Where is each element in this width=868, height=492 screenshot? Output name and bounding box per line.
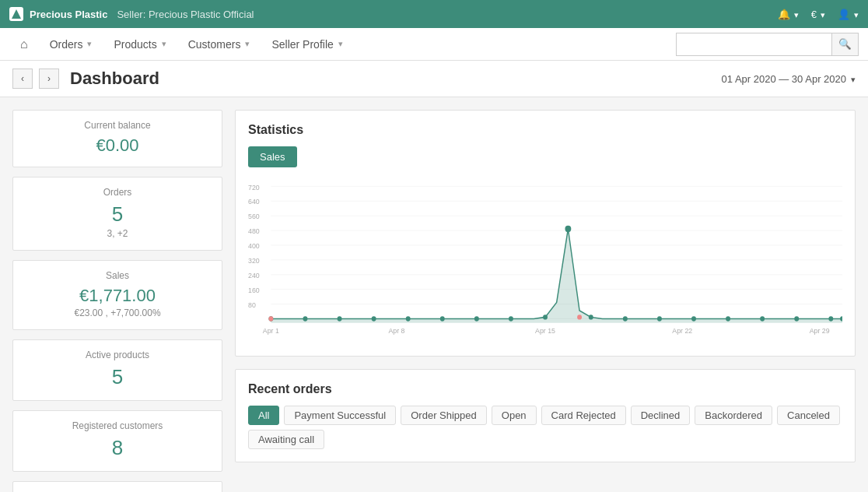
sales-chart: 720 640 560 480 400 320 240 160 80	[248, 180, 842, 343]
filter-backordered[interactable]: Backordered	[695, 406, 772, 425]
currency-button[interactable]: €	[811, 9, 825, 20]
card-current-balance: Current balance €0.00	[12, 110, 222, 167]
card-orders: Orders 5 3, +2	[12, 177, 222, 251]
orders-chevron	[86, 39, 92, 49]
filter-card-rejected[interactable]: Card Rejected	[541, 406, 626, 425]
svg-point-35	[760, 316, 765, 321]
svg-point-40	[577, 315, 582, 319]
main-content: Current balance €0.00 Orders 5 3, +2 Sal…	[0, 97, 868, 492]
home-icon: ⌂	[20, 37, 28, 51]
statistics-panel: Statistics Sales 720 640 560 480 400 320…	[235, 110, 856, 357]
recent-orders-title: Recent orders	[248, 382, 842, 396]
notifications-button[interactable]: 🔔	[778, 9, 799, 20]
statistics-tabs: Sales	[248, 146, 842, 167]
svg-point-22	[338, 316, 342, 321]
topbar: Precious Plastic Seller: Precious Plasti…	[0, 0, 868, 28]
currency-chevron	[819, 9, 825, 20]
date-range-picker[interactable]: 01 Apr 2020 — 30 Apr 2020	[722, 73, 856, 85]
card-active-products: Active products 5	[12, 339, 222, 401]
date-range-text: 01 Apr 2020 — 30 Apr 2020	[722, 73, 846, 85]
seller-profile-label: Seller Profile	[271, 38, 333, 51]
nav-customers[interactable]: Customers	[177, 28, 261, 61]
svg-point-25	[440, 316, 445, 321]
topbar-brand: Precious Plastic Seller: Precious Plasti…	[9, 7, 254, 21]
svg-point-23	[372, 316, 376, 321]
back-button[interactable]: ‹	[12, 69, 33, 89]
notifications-chevron	[793, 9, 799, 20]
svg-text:480: 480	[248, 227, 260, 235]
svg-text:320: 320	[248, 257, 260, 265]
registered-customers-label: Registered customers	[26, 420, 209, 431]
active-products-value: 5	[26, 365, 209, 389]
svg-point-33	[691, 316, 696, 321]
chart-svg: 720 640 560 480 400 320 240 160 80	[248, 180, 842, 343]
filter-all[interactable]: All	[248, 406, 279, 425]
user-icon: 👤	[838, 9, 850, 20]
bell-icon: 🔔	[778, 9, 790, 20]
filter-payment-successful[interactable]: Payment Successful	[284, 406, 396, 425]
statistics-title: Statistics	[248, 123, 842, 137]
card-sales: Sales €1,771.00 €23.00 , +7,700.00%	[12, 260, 222, 330]
svg-text:720: 720	[248, 183, 260, 191]
svg-text:Apr 8: Apr 8	[388, 327, 404, 335]
registered-customers-value: 8	[26, 436, 209, 460]
svg-point-37	[828, 316, 833, 321]
svg-point-39	[268, 316, 273, 321]
orders-label: Orders	[50, 38, 83, 51]
recent-orders-panel: Recent orders All Payment Successful Ord…	[235, 369, 856, 462]
svg-text:400: 400	[248, 242, 260, 250]
seller-profile-chevron	[337, 39, 343, 49]
main-right-col: Statistics Sales 720 640 560 480 400 320…	[235, 110, 856, 492]
user-button[interactable]: 👤	[838, 9, 859, 20]
search-form: 🔍	[676, 33, 859, 56]
sales-label: Sales	[26, 270, 209, 281]
customers-label: Customers	[188, 38, 241, 51]
customers-chevron	[243, 39, 250, 49]
products-label: Products	[114, 38, 156, 51]
nav-home[interactable]: ⌂	[9, 28, 39, 61]
filter-canceled[interactable]: Canceled	[777, 406, 840, 425]
sales-sub: €23.00 , +7,700.00%	[26, 308, 209, 318]
topbar-actions: 🔔 € 👤	[778, 9, 859, 20]
svg-text:640: 640	[248, 198, 260, 206]
search-button[interactable]: 🔍	[831, 33, 859, 56]
nav-orders[interactable]: Orders	[39, 28, 103, 61]
svg-text:160: 160	[248, 286, 260, 294]
user-chevron	[852, 9, 859, 20]
svg-point-30	[589, 315, 593, 319]
filter-order-shipped[interactable]: Order Shipped	[401, 406, 487, 425]
card-registered-customers: Registered customers 8	[12, 410, 222, 472]
sales-value: €1,771.00	[26, 286, 209, 306]
order-filter-tabs: All Payment Successful Order Shipped Ope…	[248, 406, 842, 449]
svg-point-36	[794, 316, 799, 321]
svg-marker-19	[271, 229, 842, 323]
search-input[interactable]	[676, 33, 831, 56]
orders-sub: 3, +2	[26, 228, 209, 239]
svg-point-31	[623, 316, 628, 321]
balance-value: €0.00	[26, 135, 209, 156]
filter-declined[interactable]: Declined	[631, 406, 691, 425]
svg-text:Apr 29: Apr 29	[810, 327, 830, 335]
stats-sidebar: Current balance €0.00 Orders 5 3, +2 Sal…	[12, 110, 222, 492]
filter-open[interactable]: Open	[492, 406, 537, 425]
logo-shape	[12, 9, 21, 19]
svg-point-28	[543, 315, 548, 319]
svg-point-32	[657, 316, 662, 321]
nav-products[interactable]: Products	[103, 28, 177, 61]
orders-label: Orders	[26, 187, 209, 198]
forward-button[interactable]: ›	[39, 69, 59, 89]
nav-seller-profile[interactable]: Seller Profile	[261, 28, 353, 61]
tab-sales[interactable]: Sales	[248, 146, 297, 167]
page-header: ‹ › Dashboard 01 Apr 2020 — 30 Apr 2020	[0, 61, 868, 97]
svg-point-26	[474, 316, 479, 321]
active-products-label: Active products	[26, 350, 209, 360]
mainnav-items: ⌂ Orders Products Customers Seller Profi…	[9, 28, 354, 61]
svg-point-27	[509, 316, 513, 321]
svg-point-29	[565, 226, 571, 232]
svg-text:80: 80	[248, 301, 256, 309]
balance-label: Current balance	[26, 120, 209, 131]
products-chevron	[160, 39, 166, 49]
svg-text:Apr 15: Apr 15	[535, 327, 555, 335]
filter-awaiting-call[interactable]: Awaiting call	[248, 430, 324, 449]
app-name: Precious Plastic	[30, 9, 107, 20]
